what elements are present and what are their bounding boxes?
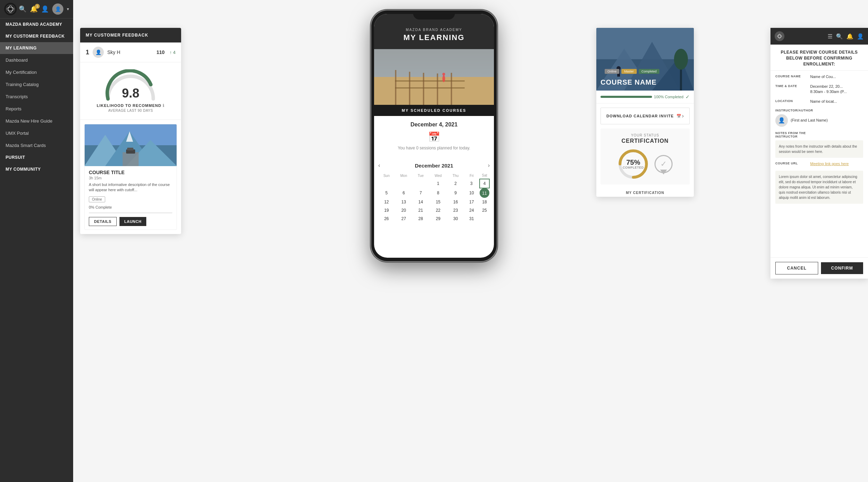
sidebar-item-umx-portal[interactable]: UMX Portal: [0, 127, 73, 139]
sidebar-item-my-learning[interactable]: MY LEARNING: [0, 42, 73, 54]
details-button[interactable]: DETAILS: [89, 217, 117, 226]
cal-day[interactable]: 16: [448, 198, 464, 206]
cal-day[interactable]: 9: [448, 188, 464, 198]
download-calendar-arrow: ›: [682, 113, 684, 119]
cal-day[interactable]: 20: [395, 206, 413, 215]
cal-day[interactable]: [395, 179, 413, 188]
cal-day[interactable]: 8: [429, 188, 448, 198]
cal-day[interactable]: 27: [395, 215, 413, 223]
cal-day[interactable]: 1: [429, 179, 448, 188]
enroll-profile-icon[interactable]: 👤: [857, 33, 864, 40]
sidebar-item-training-catalog[interactable]: Training Catalog: [0, 78, 73, 91]
confirm-button[interactable]: CONFIRM: [821, 262, 863, 274]
cal-day[interactable]: 14: [413, 198, 429, 206]
enroll-hamburger-icon[interactable]: ☰: [828, 33, 832, 40]
enroll-instructor-label: INSTRUCTOR/AUTHOR: [775, 108, 807, 112]
enroll-time-date-label: TIME & DATE: [775, 84, 807, 95]
cert-status-label: YOUR STATUS: [606, 133, 684, 137]
cal-day[interactable]: 29: [429, 215, 448, 223]
cal-day[interactable]: 17: [464, 198, 480, 206]
cal-day[interactable]: 31: [464, 215, 480, 223]
mobile-phone: MAZDA BRAND ACADEMY MY LEARNING: [371, 10, 497, 261]
enroll-notification-icon[interactable]: 🔔: [846, 33, 853, 40]
cal-day[interactable]: 18: [480, 198, 489, 206]
phone-scheduled-section: December 4, 2021 📅 You have 0 sessions p…: [374, 116, 494, 159]
phone-calendar-icon: 📅: [380, 131, 488, 143]
user-avatar[interactable]: 👤: [52, 3, 63, 15]
feedback-panel-header: MY CUSTOMER FEEDBACK: [80, 28, 181, 42]
svg-rect-18: [423, 73, 424, 105]
course-tags: Online Master Completed: [605, 69, 659, 74]
course-duration: 3h 15m: [89, 176, 172, 180]
cal-day[interactable]: 12: [378, 198, 395, 206]
cal-day[interactable]: 6: [395, 188, 413, 198]
cal-day[interactable]: 3: [464, 179, 480, 188]
enrollment-confirm-panel: ☰ 🔍 🔔 👤 PLEASE REVIEW COURSE DETAILS BEL…: [770, 28, 868, 279]
phone-scheduled-courses-header: MY SCHEDULED COURSES: [374, 105, 494, 116]
enroll-title: PLEASE REVIEW COURSE DETAILS BELOW BEFOR…: [775, 49, 863, 67]
svg-point-38: [778, 34, 781, 39]
cal-day-selected[interactable]: 4: [480, 179, 489, 188]
cal-day[interactable]: 15: [429, 198, 448, 206]
profile-icon[interactable]: 👤: [41, 5, 49, 13]
enroll-course-url-value[interactable]: Meeting link goes here: [810, 161, 849, 166]
search-icon[interactable]: 🔍: [19, 5, 26, 13]
download-calendar-button[interactable]: DOWNLOAD CALENDAR INVITE 📅 ›: [600, 108, 690, 124]
tag-completed: Completed: [639, 69, 660, 74]
calendar-month-title: December 2021: [415, 163, 453, 169]
enroll-time-date-value: December 22, 20...8:30am - 9:30am (P...: [810, 84, 847, 95]
likelihood-gauge-section: 9.8 LIKELIHOOD TO RECOMMEND ℹ AVERAGE LA…: [80, 62, 181, 120]
cal-day[interactable]: 22: [429, 206, 448, 215]
cal-day[interactable]: 10: [464, 188, 480, 198]
cal-day[interactable]: 23: [448, 206, 464, 215]
sidebar-item-reports[interactable]: Reports: [0, 103, 73, 115]
sidebar-item-my-customer-feedback[interactable]: MY CUSTOMER FEEDBACK: [0, 30, 73, 42]
sidebar-item-my-certification[interactable]: My Certification: [0, 66, 73, 78]
cal-day[interactable]: 7: [413, 188, 429, 198]
svg-point-23: [442, 75, 445, 82]
enroll-time-date-field: TIME & DATE December 22, 20...8:30am - 9…: [775, 84, 863, 95]
cal-day[interactable]: [480, 215, 489, 223]
cal-day[interactable]: 28: [413, 215, 429, 223]
enroll-search-icon[interactable]: 🔍: [836, 33, 843, 40]
svg-rect-21: [395, 80, 465, 81]
sidebar-item-mazda-smart-cards[interactable]: Mazda Smart Cards: [0, 139, 73, 151]
cal-day[interactable]: 19: [378, 206, 395, 215]
cancel-button[interactable]: CANCEL: [775, 262, 818, 274]
launch-button[interactable]: LAUNCH: [119, 217, 146, 226]
course-actions: DETAILS LAUNCH: [89, 217, 172, 226]
sidebar-item-pursuit[interactable]: PURSUIT: [0, 151, 73, 163]
sidebar-item-transcripts[interactable]: Transcripts: [0, 91, 73, 103]
svg-rect-20: [451, 73, 452, 105]
cal-day[interactable]: 26: [378, 215, 395, 223]
cal-day[interactable]: [413, 179, 429, 188]
certification-status-section: YOUR STATUS CERTIFICATION 75% COMPLETED …: [600, 129, 690, 185]
cal-day[interactable]: 5: [378, 188, 395, 198]
course-progress-row: 0% Complete: [89, 205, 172, 209]
my-certification-link[interactable]: MY CERTIFICATION: [596, 189, 694, 197]
cal-day[interactable]: 25: [480, 206, 489, 215]
cal-day[interactable]: 13: [395, 198, 413, 206]
cal-day-today[interactable]: 11: [480, 188, 489, 198]
profile-chevron[interactable]: ▾: [67, 7, 69, 11]
calendar-prev-button[interactable]: ‹: [378, 162, 380, 169]
sidebar-item-mazda-new-hire-guide[interactable]: Mazda New Hire Guide: [0, 115, 73, 127]
calendar-next-button[interactable]: ›: [488, 162, 490, 169]
cal-header-thu: Thu: [448, 172, 464, 179]
cal-day[interactable]: [378, 179, 395, 188]
gauge-value: 9.8: [122, 86, 139, 101]
sidebar-item-mazda-brand-academy[interactable]: MAZDA BRAND ACADEMY: [0, 18, 73, 30]
phone-calendar: ‹ December 2021 › Sun Mon Tue Wed Thu Fr…: [374, 159, 494, 226]
cal-day[interactable]: 21: [413, 206, 429, 215]
svg-rect-9: [123, 152, 139, 166]
cal-day[interactable]: 2: [448, 179, 464, 188]
notification-icon[interactable]: 🔔 1: [30, 5, 38, 13]
cal-day[interactable]: 24: [464, 206, 480, 215]
instructor-avatar: 👤: [775, 114, 788, 127]
course-completion-bar: [600, 96, 652, 98]
sidebar-item-my-community[interactable]: MY COMMUNITY: [0, 163, 73, 175]
svg-rect-11: [127, 148, 133, 150]
cal-day[interactable]: 30: [448, 215, 464, 223]
sidebar-item-dashboard[interactable]: Dashboard: [0, 54, 73, 66]
course-completion-section: 100% Completed ✓: [596, 91, 694, 103]
